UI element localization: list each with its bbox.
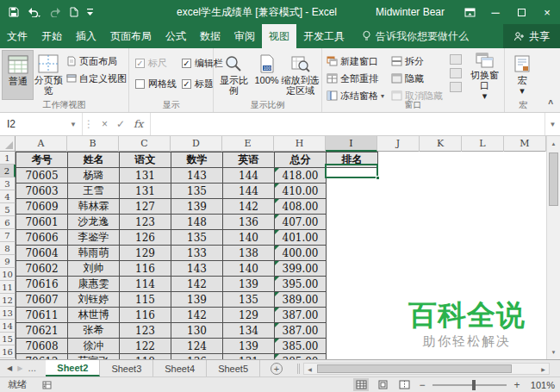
cell[interactable]: 70601 — [16, 215, 68, 230]
tab-view[interactable]: 视图 — [262, 24, 296, 48]
cell[interactable]: 136 — [223, 215, 275, 230]
formula-input[interactable] — [151, 113, 544, 135]
cell[interactable]: 136 — [171, 354, 223, 360]
cell[interactable]: 418.00 — [275, 168, 327, 184]
cell[interactable]: 70606 — [16, 230, 68, 246]
cell[interactable]: 李鉴学 — [68, 230, 120, 246]
cell[interactable] — [327, 323, 378, 339]
cell[interactable]: 395.00 — [275, 277, 327, 292]
cell[interactable]: 70603 — [16, 184, 68, 199]
cell[interactable]: 123 — [120, 215, 171, 230]
row-header-2[interactable]: 2 — [0, 165, 16, 177]
tab-data[interactable]: 数据 — [193, 24, 227, 48]
cell[interactable]: 70621 — [16, 323, 68, 339]
cell[interactable]: 116 — [120, 261, 171, 277]
cell[interactable]: 144 — [223, 184, 275, 199]
column-header-C[interactable]: C — [119, 136, 171, 152]
cell[interactable]: 130 — [171, 323, 223, 339]
cell[interactable]: 118 — [120, 354, 171, 360]
cell[interactable]: 400.00 — [275, 246, 327, 261]
tab-home[interactable]: 开始 — [34, 24, 69, 48]
cell[interactable]: 康惠雯 — [68, 277, 120, 292]
previous-sheet-icon[interactable]: ◀ — [7, 364, 12, 372]
cancel-entry-icon[interactable]: × — [102, 118, 108, 130]
sheet-tab-sheet3[interactable]: Sheet3 — [100, 360, 153, 376]
cell[interactable]: 123 — [120, 323, 171, 339]
row-header-7[interactable]: 7 — [0, 229, 16, 242]
cell[interactable]: 张希 — [68, 323, 120, 339]
column-header-D[interactable]: D — [171, 136, 222, 152]
cell[interactable] — [327, 277, 378, 292]
undo-button[interactable] — [27, 7, 40, 17]
cell[interactable]: 70608 — [16, 339, 68, 354]
cell[interactable]: 148 — [171, 215, 223, 230]
tab-developer[interactable]: 开发工具 — [296, 24, 352, 48]
cell[interactable]: 70607 — [16, 292, 68, 308]
collapse-ribbon-button[interactable]: ^ — [548, 99, 553, 109]
tab-file[interactable]: 文件 — [0, 24, 34, 48]
cell[interactable]: 70612 — [16, 354, 68, 360]
sheet-tab-sheet5[interactable]: Sheet5 — [207, 360, 260, 376]
save-button[interactable] — [9, 7, 19, 17]
cell[interactable]: 389.00 — [275, 292, 327, 308]
cell[interactable]: 刘帅 — [68, 261, 120, 277]
column-header-E[interactable]: E — [222, 136, 274, 152]
cell[interactable]: 135 — [223, 292, 275, 308]
vertical-scrollbar-thumb[interactable] — [549, 152, 558, 206]
cell[interactable]: 徐冲 — [68, 339, 120, 354]
cell[interactable]: 刘钰婷 — [68, 292, 120, 308]
cell[interactable]: 399.00 — [275, 261, 327, 277]
scroll-right-icon[interactable]: ▶ — [538, 366, 549, 372]
normal-view-button[interactable]: 普通 — [2, 50, 34, 100]
insert-function-icon[interactable]: fx — [134, 118, 143, 130]
zoom-percentage[interactable]: 101% — [527, 380, 555, 390]
gridlines-checkbox[interactable]: 网格线 — [135, 78, 177, 90]
cell[interactable]: 沙龙逸 — [68, 215, 120, 230]
cell[interactable]: 70609 — [16, 199, 68, 215]
column-header-I[interactable]: I — [326, 136, 377, 152]
share-button[interactable]: 共享 — [503, 24, 560, 48]
cell[interactable]: 数学 — [171, 152, 223, 168]
row-header-3[interactable]: 3 — [0, 177, 16, 190]
expand-formula-bar-button[interactable]: ▼ — [544, 113, 560, 135]
cell[interactable]: 131 — [120, 168, 171, 184]
cell[interactable]: 129 — [120, 246, 171, 261]
cell[interactable]: 140 — [223, 230, 275, 246]
column-header-J[interactable]: J — [377, 136, 420, 152]
cell[interactable]: 姓名 — [68, 152, 120, 168]
cell[interactable] — [327, 354, 378, 360]
cell[interactable]: 王雪 — [68, 184, 120, 199]
close-button[interactable]: × — [534, 0, 560, 24]
column-header-M[interactable]: M — [504, 136, 546, 152]
cell[interactable]: 140 — [223, 261, 275, 277]
cell[interactable]: 115 — [120, 292, 171, 308]
page-break-view-toggle[interactable] — [396, 378, 412, 391]
cell[interactable] — [327, 230, 378, 246]
row-header-13[interactable]: 13 — [0, 307, 16, 320]
cell[interactable]: 133 — [171, 246, 223, 261]
zoom-to-selection-button[interactable]: 缩放到选定区域 — [281, 50, 320, 100]
tab-formulas[interactable]: 公式 — [159, 24, 193, 48]
next-sheet-icon[interactable]: ▶ — [17, 364, 22, 372]
cell[interactable] — [327, 199, 378, 215]
column-header-K[interactable]: K — [420, 136, 462, 152]
zoom-slider[interactable] — [432, 384, 507, 386]
cell[interactable]: 英语 — [223, 152, 275, 168]
cell[interactable]: 韩雨萌 — [68, 246, 120, 261]
vertical-scrollbar[interactable]: ▲ ▼ — [546, 136, 560, 359]
cell[interactable]: 139 — [223, 339, 275, 354]
user-name[interactable]: Midwinter Bear — [376, 6, 445, 18]
tab-review[interactable]: 审阅 — [227, 24, 262, 48]
customize-qat-button[interactable] — [86, 8, 94, 16]
view-side-by-side-icon[interactable] — [450, 54, 462, 65]
normal-view-toggle[interactable] — [353, 378, 369, 391]
cell[interactable]: 129 — [223, 308, 275, 323]
cell[interactable]: 韩林霖 — [68, 199, 120, 215]
page-break-preview-button[interactable]: 分页预览 — [34, 50, 63, 100]
cell[interactable]: 70605 — [16, 168, 68, 184]
cell[interactable] — [327, 261, 378, 277]
scroll-up-icon[interactable]: ▲ — [547, 137, 560, 150]
reset-window-position-icon[interactable] — [450, 82, 462, 92]
sheet-grid[interactable]: ABCDEHIJKLM 12345678910111213141516 考号姓名… — [0, 136, 560, 359]
cell[interactable]: 135 — [171, 184, 223, 199]
